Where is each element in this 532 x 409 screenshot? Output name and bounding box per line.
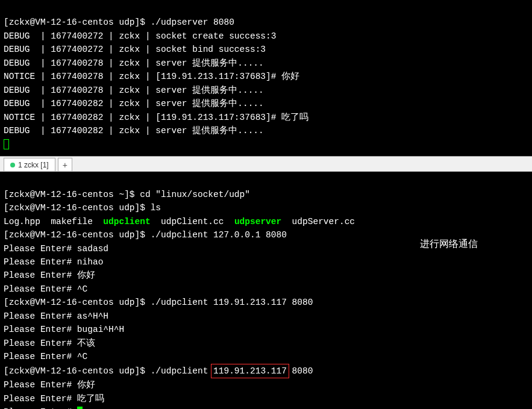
output-line: DEBUG | 1677400278 | zckx | server 提供服务中… [4, 58, 264, 68]
output-line: NOTICE | 1677400282 | zckx | [119.91.213… [4, 113, 308, 122]
output-line: NOTICE | 1677400278 | zckx | [119.91.213… [4, 72, 299, 81]
highlighted-ip: 119.91.213.117 [211, 364, 289, 378]
output-line: DEBUG | 1677400272 | zckx | socket creat… [4, 31, 276, 41]
executable-file: udpclient [103, 217, 150, 226]
output-line: [zckx@VM-12-16-centos udp]$ ./udpclient … [4, 366, 313, 376]
annotation-label: 进行网络通信 [420, 237, 478, 252]
output-line: Please Enter# sadasd [4, 244, 108, 254]
output-line: DEBUG | 1677400272 | zckx | socket bind … [4, 45, 266, 54]
output-line: Please Enter# 不该 [4, 339, 95, 348]
status-dot-icon [10, 163, 15, 167]
output-line: Please Enter# 吃了吗 [4, 394, 104, 404]
output-line: [zckx@VM-12-16-centos udp]$ ls [4, 203, 161, 213]
output-line: [zckx@VM-12-16-centos udp]$ ./udpserver … [4, 17, 234, 27]
cursor-icon [77, 407, 83, 409]
output-line: Please Enter# as^H^H [4, 311, 108, 321]
output-line: Please Enter# ^C [4, 284, 87, 294]
executable-file: udpserver [234, 217, 281, 226]
output-line: [zckx@VM-12-16-centos udp]$ ./udpclient … [4, 230, 287, 240]
terminal-client-pane[interactable]: [zckx@VM-12-16-centos ~]$ cd "linux/sock… [0, 172, 532, 409]
tab-bar: 1 zckx [1] + [0, 156, 532, 172]
output-line: Please Enter# 你好 [4, 380, 95, 390]
output-line: Please Enter# bugai^H^H [4, 325, 124, 334]
output-line: DEBUG | 1677400282 | zckx | server 提供服务中… [4, 99, 264, 108]
output-line: [zckx@VM-12-16-centos udp]$ ./udpclient … [4, 298, 313, 307]
output-line: Please Enter# ^C [4, 352, 87, 361]
terminal-server-pane[interactable]: [zckx@VM-12-16-centos udp]$ ./udpserver … [0, 0, 532, 156]
output-line: Log.hpp makefile udpclient udpClient.cc … [4, 217, 355, 226]
cursor-icon [4, 139, 9, 149]
output-line: DEBUG | 1677400278 | zckx | server 提供服务中… [4, 86, 264, 95]
new-tab-button[interactable]: + [58, 158, 72, 171]
plus-icon: + [63, 160, 67, 170]
output-line: Please Enter# 你好 [4, 270, 95, 280]
output-line: [zckx@VM-12-16-centos ~]$ cd "linux/sock… [4, 190, 250, 199]
output-line: Please Enter# nihao [4, 257, 103, 267]
tab-session-1[interactable]: 1 zckx [1] [4, 158, 55, 171]
output-line: DEBUG | 1677400282 | zckx | server 提供服务中… [4, 126, 264, 136]
tab-label: 1 zckx [1] [18, 161, 49, 169]
